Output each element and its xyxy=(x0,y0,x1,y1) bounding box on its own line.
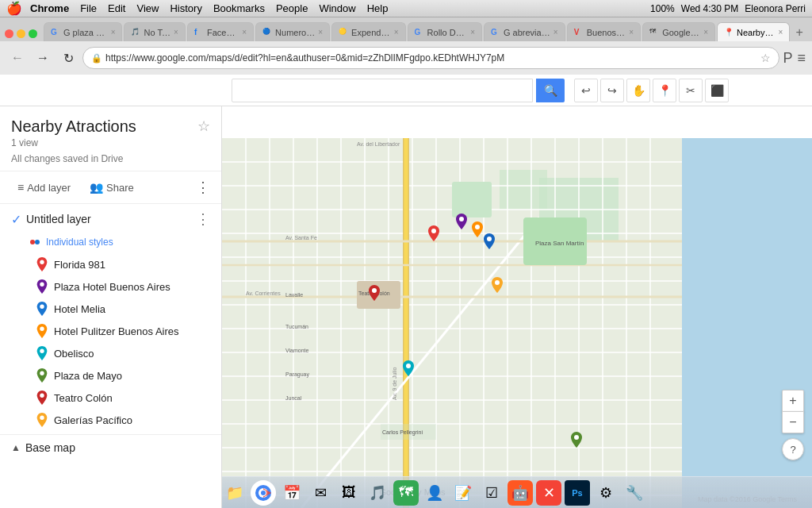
place-teatro-colon[interactable]: Teatro Colón xyxy=(0,387,221,409)
sidebar-more-button[interactable]: ⋮ xyxy=(196,179,210,196)
extensions-icon[interactable]: ≡ xyxy=(797,50,806,67)
bookmark-star-icon[interactable]: ☆ xyxy=(760,52,771,64)
dock-item-ai[interactable]: 🤖 xyxy=(508,480,533,506)
place-hotel-pulitzer[interactable]: Hotel Pulitzer Buenos Aires xyxy=(0,320,221,342)
layer-style-row[interactable]: Individual styles xyxy=(0,234,221,253)
menu-view[interactable]: View xyxy=(136,2,159,14)
dock-photos[interactable]: 🖼 xyxy=(336,480,362,506)
tab-close-2[interactable]: × xyxy=(174,28,178,37)
tab-close-6[interactable]: × xyxy=(470,28,475,37)
zoom-in-button[interactable]: + xyxy=(782,390,804,412)
dock-item-x[interactable]: ✕ xyxy=(536,480,561,506)
draw-tool-button[interactable]: ✂ xyxy=(679,79,703,102)
menu-history[interactable]: History xyxy=(170,2,201,14)
dock-maps[interactable]: 🗺 xyxy=(393,480,419,506)
menu-chrome[interactable]: Chrome xyxy=(30,2,69,14)
dock-item-4[interactable]: 🔧 xyxy=(622,480,647,506)
map-area[interactable]: Plaza San Martín Av. Santa Fe Av. 9 de J… xyxy=(222,138,812,508)
layer-header[interactable]: ✓ Untitled layer ⋮ xyxy=(0,204,221,234)
plaza-hotel-marker-icon xyxy=(36,279,48,294)
dock-chrome[interactable] xyxy=(251,480,276,506)
place-galerias-pacifico[interactable]: Galerías Pacífico xyxy=(0,409,221,431)
tab-5[interactable]: 🟡 Expended... × xyxy=(331,22,405,41)
battery-indicator: 100% xyxy=(650,3,675,14)
map-help-button[interactable]: ? xyxy=(782,438,804,460)
individual-styles-label: Individual styles xyxy=(46,237,113,248)
florida-label: Florida 981 xyxy=(54,259,105,271)
dock-music[interactable]: 🎵 xyxy=(365,480,390,506)
refresh-button[interactable]: ↻ xyxy=(57,47,79,69)
maximize-window-btn[interactable] xyxy=(29,29,37,38)
forward-button[interactable]: → xyxy=(32,47,54,69)
tab-7[interactable]: G G abreviatur... × xyxy=(484,22,565,41)
add-layer-label: Add layer xyxy=(27,182,71,194)
tab-close-7[interactable]: × xyxy=(553,28,558,37)
place-hotel-melia[interactable]: Hotel Melia xyxy=(0,298,221,320)
dock-contacts[interactable]: 👤 xyxy=(422,480,447,506)
tab-close-1[interactable]: × xyxy=(111,28,116,37)
dock-notes[interactable]: 📝 xyxy=(450,480,476,506)
tab-10[interactable]: 📍 Nearby At... × xyxy=(717,22,790,41)
new-tab-button[interactable]: + xyxy=(791,24,807,41)
dock-reminders[interactable]: ☑ xyxy=(479,480,504,506)
tab-close-4[interactable]: × xyxy=(318,28,323,37)
minimize-window-btn[interactable] xyxy=(17,29,25,38)
undo-tool-button[interactable]: ↩ xyxy=(574,79,598,102)
close-window-btn[interactable] xyxy=(5,29,13,38)
tab-label-2: No Te ... xyxy=(144,28,170,37)
dock-ps[interactable]: Ps xyxy=(565,480,590,506)
tab-8[interactable]: V Buenos Ai... × xyxy=(567,22,641,41)
base-map-header[interactable]: ▲ Base map xyxy=(0,435,221,460)
tab-close-8[interactable]: × xyxy=(629,28,634,37)
tab-2[interactable]: 🎵 No Te ... × xyxy=(124,22,185,41)
map-search-button[interactable]: 🔍 xyxy=(536,79,565,102)
star-icon[interactable]: ☆ xyxy=(197,117,210,135)
menu-edit[interactable]: Edit xyxy=(108,2,125,14)
tab-9[interactable]: 🗺 Google M... × xyxy=(642,22,715,41)
dock-item-3[interactable]: ⚙ xyxy=(593,480,619,506)
svg-point-82 xyxy=(261,491,266,495)
pan-tool-button[interactable]: ✋ xyxy=(626,79,650,102)
obelisco-label: Obelisco xyxy=(54,348,94,360)
tab-close-10[interactable]: × xyxy=(779,28,783,37)
marker-tool-button[interactable]: 📍 xyxy=(653,79,676,102)
menu-file[interactable]: File xyxy=(80,2,97,14)
dock-mail[interactable]: ✉ xyxy=(308,480,333,506)
tab-label-4: Numero D... xyxy=(275,28,315,37)
place-plaza-hotel[interactable]: Plaza Hotel Buenos Aires xyxy=(0,275,221,298)
menu-people[interactable]: People xyxy=(276,2,308,14)
zoom-out-button[interactable]: − xyxy=(782,411,804,433)
pinterest-icon[interactable]: P xyxy=(783,50,792,67)
layer-title: Untitled layer xyxy=(26,213,196,225)
back-button[interactable]: ← xyxy=(6,47,29,69)
tab-close-9[interactable]: × xyxy=(703,28,708,37)
svg-rect-13 xyxy=(500,170,547,210)
tab-3[interactable]: f Facebook × xyxy=(187,22,254,41)
svg-text:Carlos Pellegrini: Carlos Pellegrini xyxy=(382,429,423,436)
place-florida[interactable]: Florida 981 xyxy=(0,253,221,275)
dock-calendar[interactable]: 📅 xyxy=(279,480,304,506)
place-plaza-mayo[interactable]: Plaza de Mayo xyxy=(0,364,221,387)
url-bar[interactable]: 🔒 https://www.google.com/maps/d/edit?hl=… xyxy=(82,47,779,69)
dock-item-2[interactable]: 📁 xyxy=(222,480,247,506)
redo-tool-button[interactable]: ↪ xyxy=(600,79,624,102)
galerias-marker-icon xyxy=(36,413,48,427)
map-search-input[interactable] xyxy=(232,79,533,102)
hotel-melia-label: Hotel Melia xyxy=(54,303,105,315)
obelisco-marker-icon xyxy=(36,346,48,360)
share-button[interactable]: 👥 Share xyxy=(83,178,140,197)
menu-help[interactable]: Help xyxy=(367,2,389,14)
tab-1[interactable]: G G plaza de ... × xyxy=(44,22,122,41)
apple-menu[interactable]: 🍎 xyxy=(6,1,22,16)
menu-window[interactable]: Window xyxy=(319,2,355,14)
tab-close-5[interactable]: × xyxy=(394,28,399,37)
measure-tool-button[interactable]: ⬛ xyxy=(705,79,729,102)
place-obelisco[interactable]: Obelisco xyxy=(0,342,221,364)
tab-6[interactable]: G Rollo De T... × xyxy=(408,22,482,41)
layer-more-button[interactable]: ⋮ xyxy=(196,210,210,228)
menu-bookmarks[interactable]: Bookmarks xyxy=(213,2,265,14)
add-layer-button[interactable]: ≡ Add layer xyxy=(11,178,77,197)
tab-close-3[interactable]: × xyxy=(242,28,247,37)
tab-4[interactable]: 🔵 Numero D... × xyxy=(255,22,330,41)
tab-label-9: Google M... xyxy=(662,28,700,37)
